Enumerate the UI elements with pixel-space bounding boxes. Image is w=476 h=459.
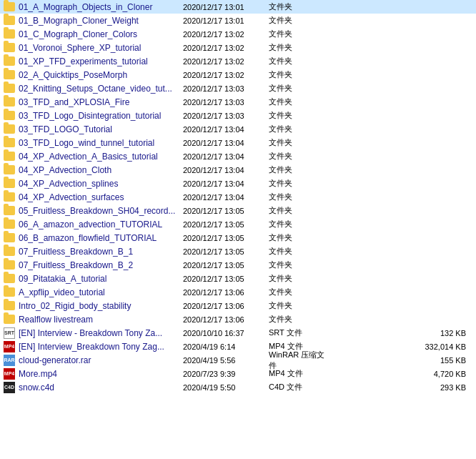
file-row[interactable]: 07_Fruitless_Breakdown_B_22020/12/17 13:…	[0, 258, 476, 272]
file-type: 文件夹	[269, 69, 326, 80]
file-row[interactable]: 01_Voronoi_Sphere_XP_tutorial2020/12/17 …	[0, 41, 476, 54]
file-type: 文件夹	[269, 287, 326, 297]
file-name: 06_A_amazon_advection_TUTORIAL	[19, 219, 183, 230]
folder-icon	[3, 97, 16, 108]
file-name: More.mp4	[19, 369, 183, 379]
file-name: 04_XP_Advection_surfaces	[19, 192, 183, 202]
file-date: 2020/12/17 13:03	[183, 98, 269, 107]
file-date: 2020/12/17 13:01	[183, 3, 269, 11]
file-date: 2020/12/17 13:06	[183, 302, 269, 310]
file-name: [EN] Interview_Breakdown Tony Zag...	[19, 342, 183, 352]
file-row[interactable]: 02_A_Quicktips_PoseMorph2020/12/17 13:02…	[0, 68, 476, 82]
file-row[interactable]: SRT[EN] Interview - Breakdown Tony Za...…	[0, 326, 476, 340]
file-name: 05_Fruitless_Breakdown_SH04_record...	[19, 206, 183, 216]
file-row[interactable]: 03_TFD_and_XPLOSIA_Fire2020/12/17 13:03文…	[0, 95, 476, 109]
file-row[interactable]: 03_TFD_Logo_wind_tunnel_tutorial2020/12/…	[0, 136, 476, 149]
folder-icon	[3, 178, 16, 189]
file-name: 03_TFD_Logo_Disintegration_tutorial	[19, 111, 183, 121]
file-row[interactable]: 09_Pitatakia_A_tutorial2020/12/17 13:05文…	[0, 272, 476, 285]
folder-icon	[3, 1, 16, 13]
file-row[interactable]: 04_XP_Advection_splines2020/12/17 13:04文…	[0, 177, 476, 190]
folder-icon	[3, 232, 16, 244]
file-date: 2020/12/17 13:04	[183, 125, 269, 134]
file-type: 文件夹	[269, 124, 326, 134]
file-type: 文件夹	[269, 178, 326, 189]
file-type: 文件夹	[269, 29, 326, 39]
file-date: 2020/12/17 13:04	[183, 179, 269, 188]
file-row[interactable]: 01_B_Mograph_Cloner_Weight2020/12/17 13:…	[0, 14, 476, 27]
file-date: 2020/12/17 13:01	[183, 16, 269, 25]
file-name: 03_TFD_Logo_wind_tunnel_tutorial	[19, 138, 183, 148]
file-row[interactable]: 05_Fruitless_Breakdown_SH04_record...202…	[0, 204, 476, 217]
file-date: 2020/12/17 13:05	[183, 207, 269, 215]
file-row[interactable]: Realflow livestream2020/12/17 13:06文件夹	[0, 312, 476, 326]
file-row[interactable]: MP4[EN] Interview_Breakdown Tony Zag...2…	[0, 340, 476, 353]
file-date: 2020/12/17 13:06	[183, 315, 269, 324]
file-row[interactable]: 03_TFD_LOGO_Tutorial2020/12/17 13:04文件夹	[0, 122, 476, 136]
file-type: 文件夹	[269, 273, 326, 284]
file-row[interactable]: 01_C_Mograph_Cloner_Colors2020/12/17 13:…	[0, 27, 476, 41]
file-name: 01_B_Mograph_Cloner_Weight	[19, 16, 183, 26]
file-row[interactable]: 02_Knitting_Setups_Octane_video_tut...20…	[0, 82, 476, 95]
file-type: 文件夹	[269, 205, 326, 216]
file-row[interactable]: 01_A_Mograph_Objects_in_Cloner2020/12/17…	[0, 0, 476, 14]
folder-icon	[3, 137, 16, 149]
file-name: Intro_02_Rigid_body_stability	[19, 301, 183, 311]
file-date: 2020/12/17 13:04	[183, 152, 269, 161]
file-row[interactable]: 03_TFD_Logo_Disintegration_tutorial2020/…	[0, 109, 476, 122]
folder-icon	[3, 151, 16, 162]
file-name: 03_TFD_and_XPLOSIA_Fire	[19, 97, 183, 107]
file-row[interactable]: 06_A_amazon_advection_TUTORIAL2020/12/17…	[0, 217, 476, 231]
file-row[interactable]: 06_B_amazon_flowfield_TUTORIAL2020/12/17…	[0, 231, 476, 245]
file-type: WinRAR 压缩文件	[269, 350, 326, 371]
file-date: 2020/12/17 13:04	[183, 193, 269, 202]
file-name: 01_XP_TFD_experiments_tutorial	[19, 56, 183, 66]
folder-icon	[3, 42, 16, 54]
file-row[interactable]: 04_XP_Advection_Cloth2020/12/17 13:04文件夹	[0, 163, 476, 177]
file-type: 文件夹	[269, 97, 326, 107]
folder-icon	[3, 83, 16, 94]
folder-icon	[3, 110, 16, 122]
file-type: 文件夹	[269, 151, 326, 162]
file-date: 2020/12/17 13:05	[183, 247, 269, 256]
file-date: 2020/12/17 13:05	[183, 275, 269, 283]
folder-icon	[3, 29, 16, 40]
file-date: 2020/12/17 13:03	[183, 84, 269, 93]
folder-icon	[3, 192, 16, 203]
folder-icon	[3, 219, 16, 230]
file-row[interactable]: 04_XP_Advection_A_Basics_tutorial2020/12…	[0, 149, 476, 163]
file-name: 07_Fruitless_Breakdown_B_1	[19, 247, 183, 257]
file-row[interactable]: Intro_02_Rigid_body_stability2020/12/17 …	[0, 299, 476, 312]
file-row[interactable]: A_xpflip_video_tutorial2020/12/17 13:06文…	[0, 285, 476, 299]
c4d-icon: C4D	[3, 382, 16, 393]
file-list: 01_A_Mograph_Objects_in_Cloner2020/12/17…	[0, 0, 476, 394]
file-type: 文件夹	[269, 260, 326, 270]
file-type: 文件夹	[269, 314, 326, 325]
file-name: 04_XP_Advection_A_Basics_tutorial	[19, 152, 183, 162]
folder-icon	[3, 56, 16, 67]
folder-icon	[3, 205, 16, 217]
file-row[interactable]: C4Dsnow.c4d2020/4/19 5:50C4D 文件293 KB	[0, 380, 476, 394]
file-type: 文件夹	[269, 232, 326, 243]
file-row[interactable]: RARcloud-generator.rar2020/4/19 5:56WinR…	[0, 353, 476, 367]
file-size: 155 KB	[326, 356, 473, 365]
file-type: 文件夹	[269, 1, 326, 12]
file-name: 07_Fruitless_Breakdown_B_2	[19, 260, 183, 270]
file-date: 2020/12/17 13:02	[183, 30, 269, 39]
file-row[interactable]: MP4More.mp42020/7/23 9:39MP4 文件4,720 KB	[0, 367, 476, 380]
file-row[interactable]: 07_Fruitless_Breakdown_B_12020/12/17 13:…	[0, 245, 476, 258]
folder-icon	[3, 314, 16, 325]
file-size: 293 KB	[326, 383, 473, 392]
file-date: 2020/12/17 13:02	[183, 71, 269, 79]
file-name: 09_Pitatakia_A_tutorial	[19, 274, 183, 284]
file-type: 文件夹	[269, 300, 326, 311]
file-name: 03_TFD_LOGO_Tutorial	[19, 124, 183, 134]
file-size: 332,014 KB	[326, 342, 473, 351]
file-name: Realflow livestream	[19, 315, 183, 325]
file-date: 2020/7/23 9:39	[183, 370, 269, 378]
file-row[interactable]: 04_XP_Advection_surfaces2020/12/17 13:04…	[0, 190, 476, 204]
file-size: 132 KB	[326, 329, 473, 337]
file-name: 06_B_amazon_flowfield_TUTORIAL	[19, 233, 183, 243]
file-row[interactable]: 01_XP_TFD_experiments_tutorial2020/12/17…	[0, 54, 476, 68]
file-type: 文件夹	[269, 15, 326, 26]
